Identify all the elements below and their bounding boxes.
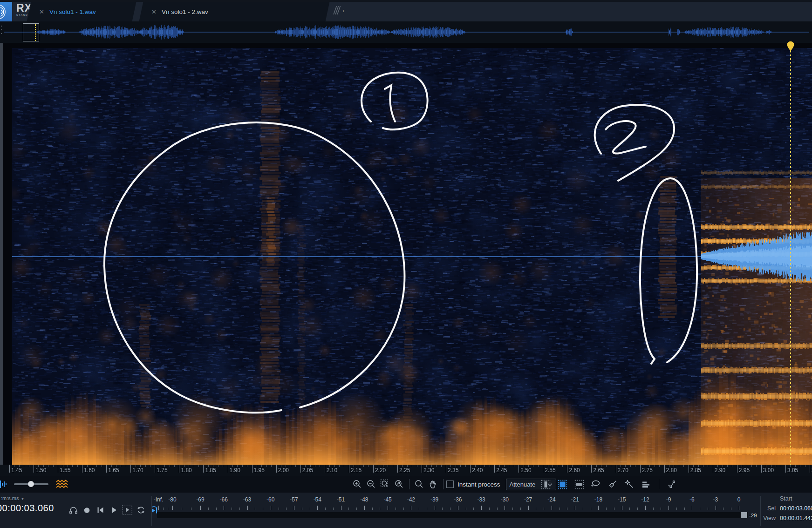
- tab-collapse-icon[interactable]: ‹: [342, 7, 344, 14]
- time-minor-tick: [475, 465, 476, 467]
- lasso-selection-tool-button[interactable]: [589, 477, 603, 491]
- time-tick: [9, 465, 10, 473]
- time-tick-label: 1.45: [11, 467, 22, 474]
- time-minor-tick: [562, 465, 563, 467]
- selinfo-row-value: 00:00:03.060: [780, 505, 812, 512]
- time-tick-label: 2.45: [496, 467, 507, 474]
- meter-minor-tick: [372, 508, 373, 510]
- tab-label[interactable]: Vn solo1 - 2.wav: [162, 8, 208, 15]
- time-minor-tick: [43, 465, 44, 467]
- time-minor-tick: [295, 465, 296, 467]
- meter-scale-label: -3: [713, 496, 718, 503]
- meter-scale-label: -9: [666, 496, 671, 503]
- panel-grip-icon[interactable]: [1, 26, 2, 34]
- status-bar: :m:s.ms▼ 00:00:03.060: [0, 493, 812, 528]
- magic-wand-tool-button[interactable]: [622, 477, 636, 491]
- meter-peak-block: [741, 512, 747, 518]
- meter-scale-label: -54: [314, 496, 321, 503]
- time-minor-tick: [102, 465, 102, 467]
- meter-minor-tick: [731, 508, 731, 510]
- time-minor-tick: [582, 465, 582, 467]
- overview-waveform-canvas[interactable]: [0, 21, 812, 43]
- time-minor-tick: [291, 465, 291, 467]
- time-tick: [785, 465, 786, 473]
- selinfo-header-spacer: [761, 495, 776, 502]
- blend-slider-knob[interactable]: [28, 481, 34, 487]
- meter-tick: [552, 506, 552, 510]
- time-tick: [470, 465, 471, 473]
- time-minor-tick: [271, 465, 272, 467]
- time-selection-tool-button[interactable]: [539, 477, 553, 491]
- meter-minor-tick: [380, 508, 380, 510]
- meter-tick: [411, 506, 411, 510]
- time-minor-tick: [344, 465, 344, 467]
- tab-close-icon[interactable]: ✕: [151, 9, 157, 15]
- time-minor-tick: [363, 465, 364, 467]
- tab-vn-solo1-1[interactable]: ✕ Vn solo1 - 1.wav: [27, 2, 136, 21]
- time-minor-tick: [717, 465, 718, 467]
- spectral-bars-tool-button[interactable]: [639, 477, 653, 491]
- meter-tick: [294, 506, 294, 510]
- time-ruler[interactable]: 1.451.501.551.601.651.701.751.801.851.90…: [0, 465, 812, 476]
- time-minor-tick: [484, 465, 485, 467]
- meter-scale-label: -57: [290, 496, 298, 503]
- hand-pan-tool-button[interactable]: [426, 477, 440, 491]
- time-minor-tick: [388, 465, 388, 467]
- time-tick-label: 1.65: [108, 467, 119, 474]
- time-minor-tick: [359, 465, 359, 467]
- curve-nodes-tool-button[interactable]: [665, 477, 679, 491]
- meter-scale-label: -30: [501, 496, 509, 503]
- time-minor-tick: [649, 465, 650, 467]
- time-minor-tick: [727, 465, 728, 467]
- meter-minor-tick: [591, 508, 591, 510]
- time-minor-tick: [96, 465, 97, 467]
- meter-minor-tick: [263, 508, 263, 510]
- playhead-marker[interactable]: [786, 41, 795, 52]
- time-minor-tick: [756, 465, 757, 467]
- time-tick: [58, 465, 58, 473]
- time-minor-tick: [378, 465, 378, 467]
- tab-stack-icon[interactable]: [332, 6, 341, 15]
- time-minor-tick: [587, 465, 587, 467]
- meter-minor-tick: [606, 508, 607, 510]
- tab-close-icon[interactable]: ✕: [39, 9, 44, 15]
- instant-process-checkbox[interactable]: [446, 481, 454, 488]
- time-minor-tick: [669, 465, 669, 467]
- time-tick: [640, 465, 641, 473]
- zoom-fit-button[interactable]: [392, 477, 406, 491]
- time-minor-tick: [426, 465, 427, 467]
- frequency-selection-tool-button[interactable]: [572, 477, 586, 491]
- view-range-box[interactable]: [23, 23, 39, 41]
- meter-scale-label: -66: [220, 496, 228, 503]
- spectrogram-view[interactable]: [0, 43, 812, 465]
- time-minor-tick: [170, 465, 170, 467]
- tab-label[interactable]: Vn solo1 - 1.wav: [49, 8, 96, 15]
- time-tick: [34, 465, 34, 473]
- overview-waveform-strip[interactable]: [0, 21, 812, 43]
- zoom-out-button[interactable]: [364, 477, 378, 491]
- time-minor-tick: [126, 465, 126, 467]
- selection-info-panel: Start Sel 00:00:03.060 View 00:00:01.443: [761, 495, 812, 521]
- time-tick-label: 2.60: [569, 467, 580, 474]
- spectrogram-canvas[interactable]: [12, 48, 812, 465]
- blend-slider[interactable]: [14, 483, 48, 485]
- zoom-in-button[interactable]: [350, 477, 364, 491]
- time-tick-label: 1.50: [35, 467, 46, 474]
- time-frequency-selection-tool-button[interactable]: [555, 477, 569, 491]
- meter-minor-tick: [168, 508, 168, 510]
- zoom-to-selection-button[interactable]: [378, 477, 392, 491]
- meter-minor-tick: [286, 508, 287, 510]
- izotope-logo[interactable]: [0, 2, 12, 21]
- time-tick: [616, 465, 616, 473]
- time-minor-tick: [242, 465, 243, 467]
- time-minor-tick: [456, 465, 456, 467]
- overview-playhead[interactable]: [35, 24, 36, 41]
- brush-tool-button[interactable]: [606, 477, 620, 491]
- meter-minor-tick: [536, 508, 536, 510]
- zoom-tool-button[interactable]: [412, 477, 426, 491]
- time-tick: [519, 465, 519, 473]
- selinfo-row-label: Sel: [761, 505, 776, 512]
- time-tick-label: 1.90: [230, 467, 240, 474]
- tab-vn-solo1-2[interactable]: ✕ Vn solo1 - 2.wav: [139, 2, 330, 21]
- left-dock-edge[interactable]: [0, 43, 3, 465]
